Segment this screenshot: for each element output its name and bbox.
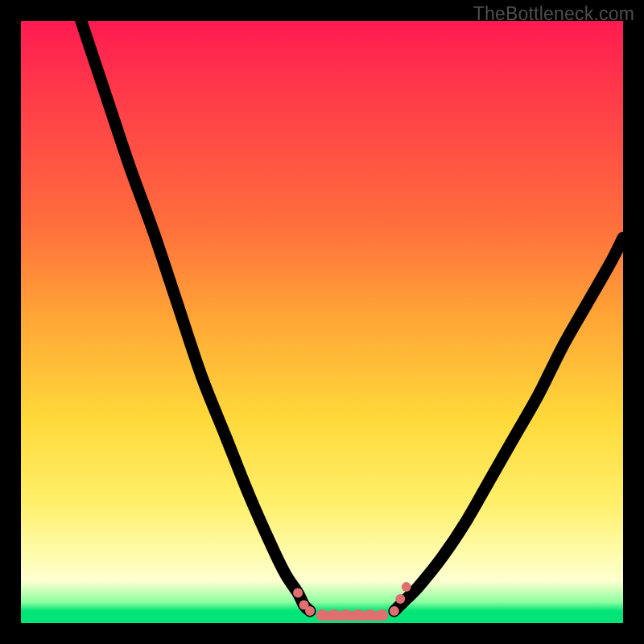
scatter-dot — [378, 609, 387, 619]
scatter-dot — [390, 606, 399, 616]
scatter-dot — [293, 588, 303, 598]
chart-svg — [21, 21, 623, 623]
scatter-dot — [365, 609, 375, 619]
scatter-dot — [402, 582, 411, 592]
scatter-dot — [305, 606, 315, 616]
watermark-text: TheBottleneck.com — [473, 3, 634, 25]
curve-left-arm — [81, 21, 310, 611]
scatter-dot — [395, 594, 405, 604]
curve-right-arm — [394, 237, 623, 611]
scatter-dot — [341, 609, 351, 619]
scatter-dot — [329, 609, 339, 619]
scatter-dot — [353, 609, 363, 619]
chart-frame: TheBottleneck.com — [0, 0, 644, 644]
plot-area — [21, 21, 623, 623]
flat-bottom-bar — [316, 611, 389, 621]
scatter-dot — [317, 609, 327, 619]
